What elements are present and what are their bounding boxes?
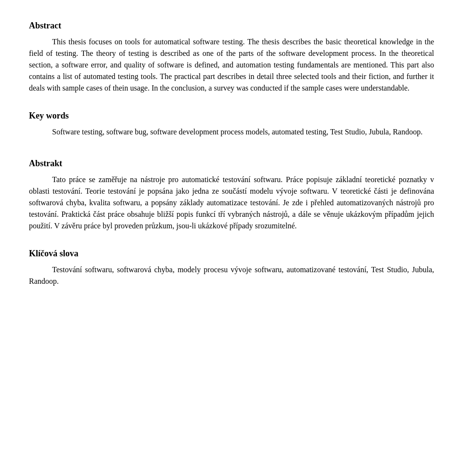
abstrakt-title: Abstrakt <box>29 157 434 170</box>
abstract-title: Abstract <box>29 19 434 32</box>
keywords-body: Software testing, software bug, software… <box>29 126 434 138</box>
klicova-slova-text: Testování softwaru, softwarová chyba, mo… <box>29 264 434 287</box>
abstract-paragraph: This thesis focuses on tools for automat… <box>29 36 434 94</box>
abstrakt-body: Tato práce se zaměřuje na nástroje pro a… <box>29 174 434 232</box>
abstrakt-paragraph: Tato práce se zaměřuje na nástroje pro a… <box>29 174 434 232</box>
abstrakt-section: Abstrakt Tato práce se zaměřuje na nástr… <box>29 157 434 232</box>
klicova-slova-section: Klíčová slova Testování softwaru, softwa… <box>29 247 434 287</box>
abstract-body: This thesis focuses on tools for automat… <box>29 36 434 94</box>
klicova-slova-body: Testování softwaru, softwarová chyba, mo… <box>29 264 434 287</box>
keywords-text: Software testing, software bug, software… <box>29 126 434 138</box>
keywords-title: Key words <box>29 109 434 122</box>
klicova-slova-title: Klíčová slova <box>29 247 434 260</box>
keywords-section: Key words Software testing, software bug… <box>29 109 434 138</box>
abstract-section: Abstract This thesis focuses on tools fo… <box>29 19 434 94</box>
